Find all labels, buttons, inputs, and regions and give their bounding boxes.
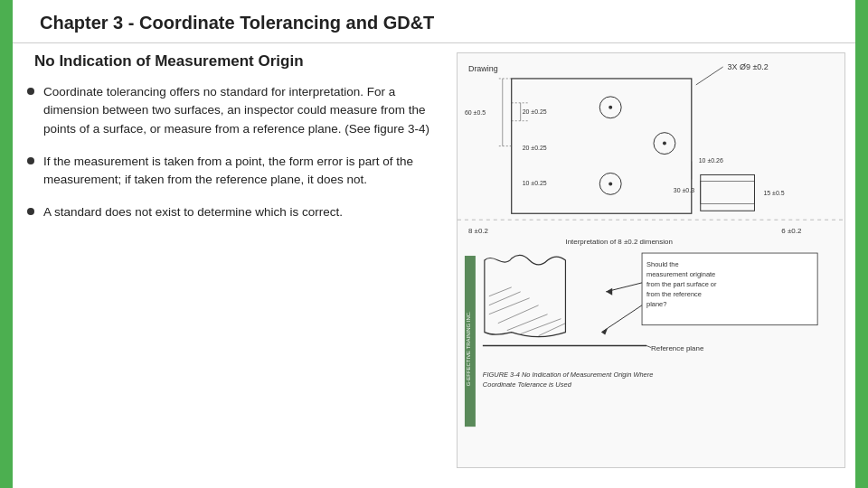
svg-text:15 ±0.5: 15 ±0.5 — [763, 190, 784, 196]
accent-bar-left — [0, 0, 13, 488]
list-item: If the measurement is taken from a point… — [27, 153, 432, 190]
bullet-dot — [27, 157, 34, 164]
svg-text:Drawing: Drawing — [468, 64, 498, 73]
svg-text:6 ±0.2: 6 ±0.2 — [781, 227, 802, 235]
svg-text:10 ±0.25: 10 ±0.25 — [523, 180, 547, 186]
bullet-dot — [27, 88, 34, 95]
image-panel: Drawing 3X Ø9 ±0.2 — [447, 52, 855, 479]
svg-text:G-EFFECTIVE TRAINING INC.: G-EFFECTIVE TRAINING INC. — [466, 311, 471, 386]
svg-text:10 ±0.26: 10 ±0.26 — [699, 158, 723, 164]
svg-text:8 ±0.2: 8 ±0.2 — [468, 227, 489, 235]
bullet-list: Coordinate tolerancing offers no standar… — [27, 83, 432, 222]
main-content: No Indication of Measurement Origin Coor… — [13, 43, 855, 488]
svg-text:30 ±0.3: 30 ±0.3 — [674, 187, 694, 193]
list-item: Coordinate tolerancing offers no standar… — [27, 83, 432, 138]
svg-text:60 ±0.5: 60 ±0.5 — [465, 109, 486, 116]
svg-text:20 ±0.25: 20 ±0.25 — [523, 145, 547, 151]
svg-text:Interpretation of 8 ±0.2 dimen: Interpretation of 8 ±0.2 dimension — [565, 238, 672, 246]
svg-text:3X Ø9 ±0.2: 3X Ø9 ±0.2 — [728, 62, 769, 71]
svg-text:Reference plane: Reference plane — [651, 344, 704, 352]
figure-image: Drawing 3X Ø9 ±0.2 — [457, 52, 845, 468]
svg-text:20 ±0.25: 20 ±0.25 — [523, 108, 547, 115]
svg-point-8 — [663, 142, 666, 145]
slide-container: Chapter 3 - Coordinate Tolerancing and G… — [0, 0, 868, 488]
svg-text:plane?: plane? — [646, 300, 666, 308]
svg-text:FIGURE 3-4  No Indication of M: FIGURE 3-4 No Indication of Measurement … — [483, 371, 653, 379]
svg-point-6 — [609, 106, 612, 109]
slide-title: Chapter 3 - Coordinate Tolerancing and G… — [40, 13, 434, 33]
bullet-text-1: Coordinate tolerancing offers no standar… — [43, 83, 432, 138]
svg-point-10 — [609, 182, 612, 185]
svg-text:from the part surface or: from the part surface or — [646, 280, 717, 288]
title-bar: Chapter 3 - Coordinate Tolerancing and G… — [13, 0, 855, 43]
svg-text:Should the: Should the — [646, 260, 679, 268]
accent-bar-right — [855, 0, 868, 488]
list-item: A standard does not exist to determine w… — [27, 203, 432, 221]
svg-text:from the reference: from the reference — [646, 290, 702, 298]
text-panel: No Indication of Measurement Origin Coor… — [13, 52, 447, 479]
bullet-text-3: A standard does not exist to determine w… — [43, 203, 432, 221]
bullet-dot — [27, 208, 34, 215]
slide-subtitle: No Indication of Measurement Origin — [34, 52, 432, 70]
figure-svg: Drawing 3X Ø9 ±0.2 — [458, 53, 844, 467]
bullet-text-2: If the measurement is taken from a point… — [43, 153, 432, 190]
svg-text:Coordinate Tolerance is Used: Coordinate Tolerance is Used — [483, 380, 572, 389]
svg-text:measurement originate: measurement originate — [646, 270, 715, 278]
